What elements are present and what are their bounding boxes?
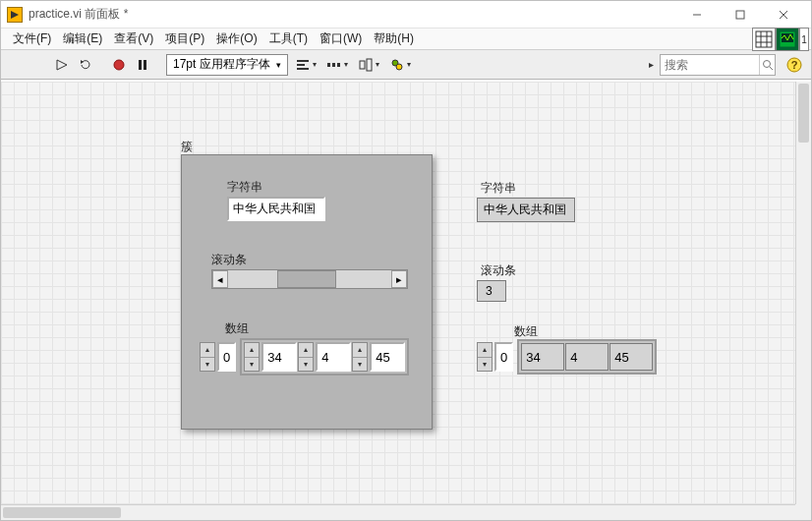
string-indicator-label: 字符串 bbox=[481, 180, 516, 197]
cluster-string-label: 字符串 bbox=[227, 179, 262, 196]
string-indicator: 中华人民共和国 bbox=[477, 198, 575, 222]
menu-file[interactable]: 文件(F) bbox=[7, 30, 57, 47]
svg-marker-0 bbox=[11, 11, 19, 19]
labview-logo-icon bbox=[7, 7, 23, 23]
svg-rect-21 bbox=[332, 63, 335, 67]
cluster-slider-label: 滚动条 bbox=[211, 252, 247, 268]
search-box[interactable] bbox=[660, 54, 776, 76]
horizontal-scrollbar[interactable] bbox=[1, 504, 795, 520]
slider-left-arrow[interactable]: ◂ bbox=[212, 270, 228, 288]
font-selector[interactable]: 17pt 应用程序字体 ▾ bbox=[166, 54, 288, 76]
menu-edit[interactable]: 编辑(E) bbox=[57, 30, 108, 47]
svg-line-28 bbox=[770, 67, 773, 70]
toolbar: 17pt 应用程序字体 ▾ ▾ ▾ ▾ ▾ ▸ ? bbox=[1, 50, 811, 80]
array-indicator-label: 数组 bbox=[514, 323, 538, 340]
array-ind-elem-1: 4 bbox=[565, 343, 609, 371]
icon-selector[interactable]: 1 bbox=[799, 28, 809, 51]
connector-pane-icon[interactable] bbox=[752, 28, 776, 51]
array-ind-index-spinner[interactable]: ▴ ▾ bbox=[477, 342, 493, 372]
slider-track[interactable] bbox=[228, 270, 391, 288]
spin-down-icon[interactable]: ▾ bbox=[201, 358, 214, 372]
array-ind-elem-2: 45 bbox=[609, 343, 653, 371]
window-title: practice.vi 前面板 * bbox=[29, 6, 675, 23]
cluster-array-control[interactable]: ▴ ▾ 0 ▴▾34 ▴▾4 ▴▾45 bbox=[200, 338, 409, 376]
window-close-button[interactable] bbox=[762, 2, 805, 28]
front-panel-canvas[interactable]: 簇 字符串 中华人民共和国 滚动条 ◂ ▸ 数组 ▴ ▾ 0 ▴▾34 ▴▾4 bbox=[1, 82, 795, 504]
search-icon[interactable] bbox=[759, 55, 775, 75]
array-index-spinner[interactable]: ▴ ▾ bbox=[200, 342, 215, 372]
svg-rect-17 bbox=[297, 60, 309, 62]
array-index-value[interactable]: 0 bbox=[217, 342, 236, 372]
menubar: 文件(F) 编辑(E) 查看(V) 项目(P) 操作(O) 工具(T) 窗口(W… bbox=[1, 29, 811, 50]
menu-project[interactable]: 项目(P) bbox=[159, 30, 210, 47]
abort-button[interactable] bbox=[109, 54, 129, 76]
slider-right-arrow[interactable]: ▸ bbox=[391, 270, 407, 288]
svg-marker-13 bbox=[81, 60, 84, 64]
menu-tools[interactable]: 工具(T) bbox=[263, 30, 314, 47]
slider-indicator: 3 bbox=[477, 280, 506, 302]
menu-window[interactable]: 窗口(W) bbox=[314, 30, 368, 47]
cluster-control[interactable]: 字符串 中华人民共和国 滚动条 ◂ ▸ 数组 ▴ ▾ 0 ▴▾34 ▴▾4 ▴▾… bbox=[181, 154, 433, 430]
help-button[interactable]: ? bbox=[785, 56, 803, 74]
cluster-label: 簇 bbox=[181, 139, 193, 155]
run-button[interactable] bbox=[52, 54, 72, 76]
spin-up-icon[interactable]: ▴ bbox=[201, 343, 214, 358]
distribute-button[interactable]: ▾ bbox=[323, 54, 351, 76]
vertical-scrollbar[interactable] bbox=[795, 82, 811, 504]
svg-rect-5 bbox=[756, 31, 772, 47]
svg-rect-2 bbox=[736, 11, 744, 19]
scroll-corner bbox=[795, 504, 811, 520]
spin-up-icon[interactable]: ▴ bbox=[478, 343, 492, 358]
svg-rect-22 bbox=[337, 63, 340, 67]
titlebar: practice.vi 前面板 * bbox=[1, 1, 811, 29]
pause-button[interactable] bbox=[133, 54, 152, 76]
vi-icon[interactable] bbox=[776, 28, 799, 51]
elem-spinner[interactable]: ▴▾ bbox=[298, 342, 314, 372]
svg-point-27 bbox=[763, 60, 770, 67]
cluster-slider-control[interactable]: ◂ ▸ bbox=[211, 269, 408, 289]
spin-down-icon[interactable]: ▾ bbox=[478, 358, 492, 372]
slider-thumb[interactable] bbox=[277, 270, 336, 288]
slider-indicator-label: 滚动条 bbox=[481, 262, 516, 279]
svg-point-14 bbox=[114, 60, 124, 70]
svg-text:?: ? bbox=[791, 59, 798, 71]
scrollbar-thumb[interactable] bbox=[798, 84, 809, 143]
svg-rect-16 bbox=[144, 60, 146, 70]
array-elem-0[interactable]: 34 bbox=[261, 342, 297, 372]
cluster-string-control[interactable]: 中华人民共和国 bbox=[227, 197, 325, 221]
array-ind-elements: 34 4 45 bbox=[517, 339, 657, 375]
chevron-down-icon: ▾ bbox=[276, 60, 281, 70]
array-ind-elem-0: 34 bbox=[521, 343, 564, 371]
array-elem-2[interactable]: 45 bbox=[370, 342, 405, 372]
elem-spinner[interactable]: ▴▾ bbox=[352, 342, 368, 372]
window-maximize-button[interactable] bbox=[719, 2, 762, 28]
reorder-button[interactable]: ▾ bbox=[386, 54, 414, 76]
svg-rect-24 bbox=[367, 59, 372, 71]
svg-marker-12 bbox=[57, 60, 67, 70]
menu-help[interactable]: 帮助(H) bbox=[368, 30, 420, 47]
menu-view[interactable]: 查看(V) bbox=[108, 30, 159, 47]
svg-rect-18 bbox=[297, 64, 305, 66]
array-elem-1[interactable]: 4 bbox=[316, 342, 351, 372]
array-ind-index-value[interactable]: 0 bbox=[494, 342, 513, 372]
svg-rect-19 bbox=[297, 68, 309, 70]
search-caret-icon: ▸ bbox=[649, 59, 654, 70]
menu-operate[interactable]: 操作(O) bbox=[210, 30, 262, 47]
svg-point-26 bbox=[396, 64, 402, 70]
search-input[interactable] bbox=[661, 55, 759, 75]
svg-rect-15 bbox=[139, 60, 142, 70]
scrollbar-thumb[interactable] bbox=[3, 507, 121, 518]
font-label: 17pt 应用程序字体 bbox=[173, 56, 270, 73]
window-minimize-button[interactable] bbox=[675, 2, 719, 28]
array-elements: ▴▾34 ▴▾4 ▴▾45 bbox=[240, 338, 409, 376]
cluster-array-label: 数组 bbox=[225, 320, 249, 337]
array-indicator: ▴ ▾ 0 34 4 45 bbox=[477, 339, 657, 375]
elem-spinner[interactable]: ▴▾ bbox=[244, 342, 260, 372]
run-continuous-button[interactable] bbox=[76, 54, 95, 76]
align-button[interactable]: ▾ bbox=[292, 54, 319, 76]
svg-rect-20 bbox=[327, 63, 330, 67]
resize-button[interactable]: ▾ bbox=[355, 54, 382, 76]
svg-rect-23 bbox=[360, 61, 365, 69]
